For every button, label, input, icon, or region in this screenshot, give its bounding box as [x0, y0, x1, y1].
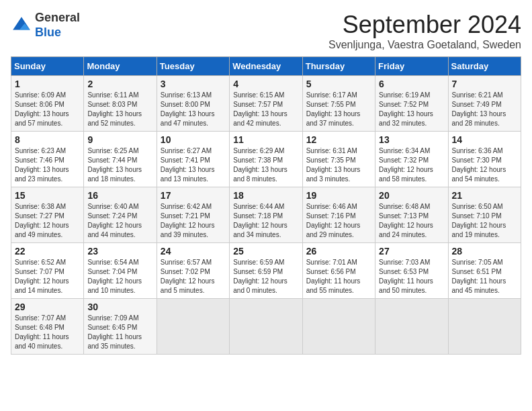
sunset-label: Sunset: 6:56 PM: [306, 268, 356, 275]
weekday-header-friday: Friday: [375, 57, 448, 76]
sunrise-label: Sunrise: 6:57 AM: [161, 259, 212, 266]
day-number: 21: [452, 190, 517, 201]
day-info: Sunrise: 6:46 AM Sunset: 7:16 PM Dayligh…: [306, 202, 371, 240]
daylight-label: Daylight: 13 hours and 52 minutes.: [87, 110, 142, 127]
sunrise-label: Sunrise: 6:19 AM: [379, 91, 430, 99]
day-info: Sunrise: 6:52 AM Sunset: 7:07 PM Dayligh…: [15, 258, 80, 295]
day-info: Sunrise: 6:19 AM Sunset: 7:52 PM Dayligh…: [379, 91, 444, 128]
calendar-cell: 26 Sunrise: 7:01 AM Sunset: 6:56 PM Dayl…: [302, 243, 375, 299]
daylight-label: Daylight: 12 hours and 39 minutes.: [161, 222, 215, 238]
day-number: 25: [233, 246, 298, 257]
sunset-label: Sunset: 8:06 PM: [15, 101, 64, 108]
sunrise-label: Sunrise: 7:01 AM: [306, 259, 357, 266]
calendar-cell: 29 Sunrise: 7:07 AM Sunset: 6:48 PM Dayl…: [11, 299, 84, 355]
daylight-label: Daylight: 12 hours and 34 minutes.: [233, 222, 287, 238]
weekday-header-tuesday: Tuesday: [157, 57, 229, 76]
daylight-label: Daylight: 11 hours and 45 minutes.: [452, 277, 506, 294]
sunrise-label: Sunrise: 6:50 AM: [452, 203, 503, 210]
sunset-label: Sunset: 6:51 PM: [452, 268, 502, 275]
day-info: Sunrise: 6:40 AM Sunset: 7:24 PM Dayligh…: [87, 202, 152, 240]
daylight-label: Daylight: 11 hours and 55 minutes.: [306, 277, 361, 294]
day-number: 29: [15, 302, 80, 312]
daylight-label: Daylight: 13 hours and 42 minutes.: [233, 110, 287, 127]
day-number: 12: [306, 134, 371, 145]
day-number: 24: [161, 246, 226, 257]
calendar-cell: 14 Sunrise: 6:36 AM Sunset: 7:30 PM Dayl…: [448, 132, 521, 187]
day-number: 23: [87, 246, 152, 257]
day-info: Sunrise: 6:25 AM Sunset: 7:44 PM Dayligh…: [87, 146, 152, 184]
day-info: Sunrise: 6:31 AM Sunset: 7:35 PM Dayligh…: [306, 146, 371, 184]
day-info: Sunrise: 6:29 AM Sunset: 7:38 PM Dayligh…: [233, 146, 298, 184]
day-number: 22: [15, 246, 80, 257]
sunset-label: Sunset: 7:32 PM: [379, 156, 429, 164]
day-info: Sunrise: 7:05 AM Sunset: 6:51 PM Dayligh…: [452, 258, 517, 295]
day-info: Sunrise: 6:48 AM Sunset: 7:13 PM Dayligh…: [379, 202, 444, 240]
daylight-label: Daylight: 12 hours and 58 minutes.: [379, 166, 433, 183]
sunrise-label: Sunrise: 6:31 AM: [306, 147, 357, 154]
calendar-cell: 6 Sunrise: 6:19 AM Sunset: 7:52 PM Dayli…: [375, 76, 448, 132]
calendar-cell: 24 Sunrise: 6:57 AM Sunset: 7:02 PM Dayl…: [157, 243, 229, 299]
weekday-header-sunday: Sunday: [11, 57, 84, 76]
day-number: 7: [452, 79, 517, 89]
sunset-label: Sunset: 7:44 PM: [87, 156, 137, 164]
sunset-label: Sunset: 7:55 PM: [306, 101, 356, 108]
sunrise-label: Sunrise: 7:03 AM: [379, 259, 430, 266]
calendar-cell: 3 Sunrise: 6:13 AM Sunset: 8:00 PM Dayli…: [157, 76, 229, 132]
sunset-label: Sunset: 7:35 PM: [306, 156, 356, 164]
calendar-table: SundayMondayTuesdayWednesdayThursdayFrid…: [11, 56, 521, 355]
daylight-label: Daylight: 13 hours and 23 minutes.: [15, 166, 69, 183]
calendar-cell: 28 Sunrise: 7:05 AM Sunset: 6:51 PM Dayl…: [448, 243, 521, 299]
sunrise-label: Sunrise: 6:40 AM: [87, 203, 138, 210]
sunrise-label: Sunrise: 6:38 AM: [15, 203, 66, 210]
day-info: Sunrise: 6:09 AM Sunset: 8:06 PM Dayligh…: [15, 91, 80, 128]
day-info: Sunrise: 6:50 AM Sunset: 7:10 PM Dayligh…: [452, 202, 517, 240]
day-number: 27: [379, 246, 444, 257]
day-number: 14: [452, 134, 517, 145]
daylight-label: Daylight: 13 hours and 47 minutes.: [161, 110, 215, 127]
calendar-cell: 22 Sunrise: 6:52 AM Sunset: 7:07 PM Dayl…: [11, 243, 84, 299]
day-info: Sunrise: 6:59 AM Sunset: 6:59 PM Dayligh…: [233, 258, 298, 295]
day-number: 28: [452, 246, 517, 257]
daylight-label: Daylight: 13 hours and 3 minutes.: [306, 166, 361, 183]
sunset-label: Sunset: 7:21 PM: [161, 212, 210, 220]
sunset-label: Sunset: 7:49 PM: [452, 101, 502, 108]
day-number: 6: [379, 79, 444, 89]
day-number: 11: [233, 134, 298, 145]
weekday-header-row: SundayMondayTuesdayWednesdayThursdayFrid…: [11, 57, 521, 76]
day-number: 30: [87, 302, 152, 312]
sunset-label: Sunset: 7:27 PM: [15, 212, 64, 220]
day-info: Sunrise: 6:23 AM Sunset: 7:46 PM Dayligh…: [15, 146, 80, 184]
month-title: September 2024: [328, 11, 521, 39]
daylight-label: Daylight: 13 hours and 57 minutes.: [15, 110, 69, 127]
sunrise-label: Sunrise: 6:13 AM: [161, 91, 212, 99]
daylight-label: Daylight: 13 hours and 8 minutes.: [233, 166, 287, 183]
sunrise-label: Sunrise: 6:52 AM: [15, 259, 66, 266]
day-number: 2: [87, 79, 152, 89]
sunrise-label: Sunrise: 7:05 AM: [452, 259, 503, 266]
page-header: General Blue September 2024 Svenljunga, …: [11, 11, 521, 51]
sunrise-label: Sunrise: 6:42 AM: [161, 203, 212, 210]
calendar-cell: 25 Sunrise: 6:59 AM Sunset: 6:59 PM Dayl…: [230, 243, 302, 299]
calendar-cell: 21 Sunrise: 6:50 AM Sunset: 7:10 PM Dayl…: [448, 187, 521, 243]
sunset-label: Sunset: 7:16 PM: [306, 212, 356, 220]
day-number: 1: [15, 79, 80, 89]
weekday-header-monday: Monday: [84, 57, 157, 76]
daylight-label: Daylight: 13 hours and 28 minutes.: [452, 110, 506, 127]
calendar-week-4: 22 Sunrise: 6:52 AM Sunset: 7:07 PM Dayl…: [11, 243, 521, 299]
daylight-label: Daylight: 12 hours and 54 minutes.: [452, 166, 506, 183]
daylight-label: Daylight: 12 hours and 24 minutes.: [379, 222, 433, 238]
calendar-cell: 4 Sunrise: 6:15 AM Sunset: 7:57 PM Dayli…: [230, 76, 302, 132]
sunset-label: Sunset: 7:04 PM: [87, 268, 137, 275]
day-info: Sunrise: 6:21 AM Sunset: 7:49 PM Dayligh…: [452, 91, 517, 128]
calendar-week-2: 8 Sunrise: 6:23 AM Sunset: 7:46 PM Dayli…: [11, 132, 521, 187]
sunrise-label: Sunrise: 7:09 AM: [87, 314, 138, 322]
sunset-label: Sunset: 7:10 PM: [452, 212, 502, 220]
daylight-label: Daylight: 11 hours and 40 minutes.: [15, 333, 69, 350]
daylight-label: Daylight: 12 hours and 49 minutes.: [15, 222, 69, 238]
sunrise-label: Sunrise: 6:44 AM: [233, 203, 284, 210]
day-info: Sunrise: 7:03 AM Sunset: 6:53 PM Dayligh…: [379, 258, 444, 295]
daylight-label: Daylight: 12 hours and 10 minutes.: [87, 277, 142, 294]
day-info: Sunrise: 6:15 AM Sunset: 7:57 PM Dayligh…: [233, 91, 298, 128]
day-info: Sunrise: 6:44 AM Sunset: 7:18 PM Dayligh…: [233, 202, 298, 240]
calendar-cell: [448, 299, 521, 355]
